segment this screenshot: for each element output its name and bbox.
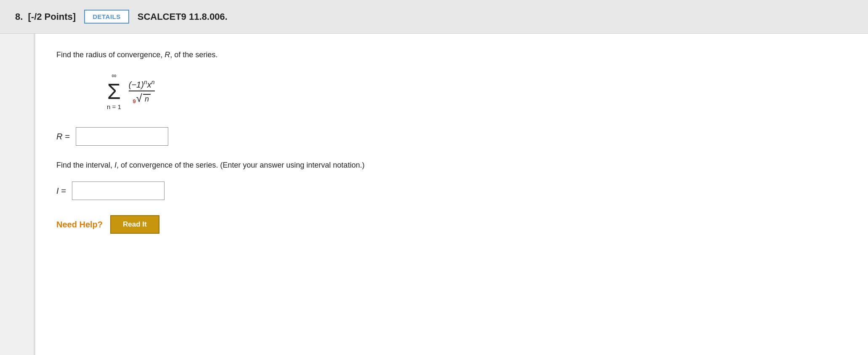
I-answer-row: I = — [56, 182, 847, 200]
root-index: 9 — [133, 98, 135, 104]
sigma-upper-limit: ∞ — [111, 72, 116, 80]
series-numerator: (−1)nxn — [129, 79, 155, 92]
question-body: Find the radius of convergence, R, of th… — [34, 34, 868, 355]
radical-sign: √ — [136, 93, 142, 104]
I-input[interactable] — [72, 182, 165, 200]
R-answer-row: R = — [56, 127, 847, 146]
q-points: [-/2 Points] — [28, 11, 76, 22]
series-display: ∞ Σ n = 1 (−1)nxn 9√n — [107, 72, 847, 110]
question-id: SCALCET9 11.8.006. — [138, 11, 228, 22]
question-number: 8. [-/2 Points] — [15, 11, 76, 22]
problem-statement: Find the radius of convergence, R, of th… — [56, 51, 847, 59]
need-help-row: Need Help? Read It — [56, 215, 847, 234]
read-it-button[interactable]: Read It — [110, 215, 159, 234]
series-fraction: (−1)nxn 9√n — [129, 79, 155, 104]
page-wrapper: 8. [-/2 Points] DETAILS SCALCET9 11.8.00… — [0, 0, 868, 355]
n-sup-num: n — [144, 79, 147, 85]
details-button[interactable]: DETAILS — [84, 10, 129, 24]
series-denominator: 9√n — [133, 93, 151, 104]
n-sup-x: n — [151, 79, 155, 85]
R-italic: R — [165, 51, 170, 59]
root-wrapper: 9√n — [133, 93, 151, 104]
x-italic: x — [147, 80, 151, 89]
sigma-symbol: Σ — [107, 80, 121, 102]
I-label: I = — [56, 186, 66, 196]
sigma-lower-limit: n = 1 — [107, 103, 121, 110]
root-content: n — [143, 94, 151, 104]
sigma-block: ∞ Σ n = 1 — [107, 72, 121, 110]
I-italic: I — [114, 161, 117, 169]
need-help-label: Need Help? — [56, 220, 103, 230]
R-label: R = — [56, 132, 70, 141]
q-number: 8. — [15, 11, 23, 22]
question-header: 8. [-/2 Points] DETAILS SCALCET9 11.8.00… — [0, 0, 868, 34]
interval-statement: Find the interval, I, of convergence of … — [56, 161, 847, 170]
R-input[interactable] — [76, 127, 168, 146]
